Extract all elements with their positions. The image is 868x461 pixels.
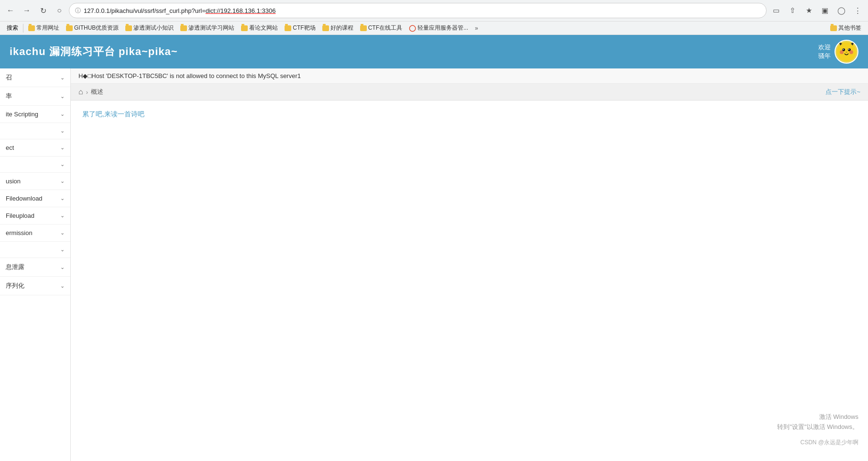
- breadcrumb-left: ⌂ › 概述: [78, 88, 103, 96]
- chevron-icon-7: ⌄: [60, 195, 65, 202]
- bm-label-6: CTF靶场: [293, 24, 315, 32]
- sidebar-item-rfi[interactable]: usion ⌄: [0, 173, 70, 190]
- sidebar-item-xss[interactable]: ite Scripting ⌄: [0, 106, 70, 123]
- home-button[interactable]: ○: [53, 4, 66, 17]
- app-header: ikachu 漏洞练习平台 pika~pika~ 欢迎 骚年: [0, 35, 868, 68]
- bm-label-8: CTF在线工具: [368, 24, 402, 32]
- bm-item-3[interactable]: 渗透测试小知识: [122, 23, 176, 33]
- bm-label-1: 常用网址: [36, 24, 59, 32]
- sidebar: 召 ⌄ 率 ⌄ ite Scripting ⌄ ⌄ ect ⌄ ⌄: [0, 68, 71, 461]
- sidebar-item-1[interactable]: 率 ⌄: [0, 87, 70, 106]
- user-info: 欢迎 骚年: [818, 40, 858, 64]
- sidebar-label-sqli: ect: [6, 144, 14, 151]
- bm-item-8[interactable]: CTF在线工具: [357, 23, 405, 33]
- bm-folder-icon: [28, 25, 35, 31]
- csdn-notice: CSDN @永远是少年啊: [800, 439, 858, 447]
- chevron-icon-10: ⌄: [60, 247, 65, 253]
- bm-folder-icon: [360, 25, 367, 31]
- chevron-icon-11: ⌄: [60, 264, 65, 270]
- sidebar-label-xss: ite Scripting: [6, 111, 38, 118]
- hint-link[interactable]: 点一下提示~: [825, 88, 860, 96]
- sidebar-label-permission: ermission: [6, 229, 33, 236]
- sidebar-item-10[interactable]: ⌄: [0, 242, 70, 258]
- sidebar-label-info: 息泄露: [6, 263, 24, 271]
- menu-button[interactable]: ⋮: [851, 4, 864, 17]
- chevron-icon-2: ⌄: [60, 111, 65, 117]
- sidebar-label-1: 率: [6, 92, 12, 101]
- breadcrumb-separator: ›: [86, 89, 88, 96]
- sidebar-item-5[interactable]: ⌄: [0, 157, 70, 173]
- bookmark-button[interactable]: ★: [802, 4, 815, 17]
- bm-item-5[interactable]: 看论文网站: [238, 23, 281, 33]
- chevron-icon-6: ⌄: [60, 178, 65, 184]
- welcome-text: 欢迎 骚年: [818, 43, 831, 60]
- bm-item-6[interactable]: CTF靶场: [282, 23, 318, 33]
- bm-label-7: 好的课程: [330, 24, 353, 32]
- chevron-icon-5: ⌄: [60, 161, 65, 168]
- sidebar-label-filedownload: Filedownload: [6, 195, 43, 202]
- bm-folder-icon: [241, 25, 248, 31]
- reload-button[interactable]: ↻: [36, 4, 50, 17]
- bm-search-label: 搜索: [7, 24, 18, 32]
- svg-point-8: [848, 49, 849, 50]
- address-text: 127.0.0.1/pikachu/vul/ssrf/ssrf_curl.php…: [84, 7, 760, 14]
- cast-button[interactable]: ▭: [769, 4, 783, 17]
- lock-icon: ⓘ: [75, 7, 81, 15]
- chevron-icon-3: ⌄: [60, 128, 65, 134]
- sidebar-item-info[interactable]: 息泄露 ⌄: [0, 258, 70, 277]
- sidebar-item-3[interactable]: ⌄: [0, 123, 70, 139]
- forward-button[interactable]: →: [20, 4, 33, 17]
- sidebar-item-fileupload[interactable]: Fileupload ⌄: [0, 207, 70, 225]
- content-area: H◆□Host 'DESKTOP-1TBC5BC' is not allowed…: [71, 68, 868, 461]
- chevron-icon-8: ⌄: [60, 213, 65, 219]
- bm-label-3: 渗透测试小知识: [133, 24, 174, 32]
- poem-link[interactable]: 累了吧,来读一首诗吧: [82, 110, 144, 118]
- sidebar-item-permission[interactable]: ermission ⌄: [0, 225, 70, 242]
- bm-label-4: 渗透测试学习网站: [188, 24, 234, 32]
- bookmarks-bar: 搜索 常用网址 GITHUB优质资源 渗透测试小知识 渗透测试学习网站 看论文网…: [0, 22, 868, 35]
- sidebar-item-filedownload[interactable]: Filedownload ⌄: [0, 190, 70, 207]
- bm-item-7[interactable]: 好的课程: [319, 23, 356, 33]
- bm-folder-icon: [285, 25, 291, 31]
- sidebar-item-sqli[interactable]: ect ⌄: [0, 139, 70, 157]
- home-icon[interactable]: ⌂: [78, 88, 83, 96]
- svg-point-7: [843, 49, 844, 50]
- profile-button[interactable]: ◯: [835, 4, 848, 17]
- sidebar-item-0[interactable]: 召 ⌄: [0, 68, 70, 87]
- chevron-icon-0: ⌄: [60, 75, 65, 81]
- share-button[interactable]: ⇧: [786, 4, 799, 17]
- bm-more[interactable]: »: [472, 24, 481, 33]
- app-title: ikachu 漏洞练习平台 pika~pika~: [10, 45, 178, 59]
- bm-label-9: 轻量应用服务器管...: [418, 24, 468, 32]
- chevron-icon-4: ⌄: [60, 145, 65, 151]
- bm-folder-icon: [66, 25, 73, 31]
- sidebar-label-0: 召: [6, 73, 12, 82]
- svg-point-10: [849, 50, 853, 54]
- sidebar-label-rfi: usion: [6, 178, 21, 185]
- bm-folder-icon: [322, 25, 329, 31]
- bm-item-4[interactable]: 渗透测试学习网站: [177, 23, 237, 33]
- chevron-icon-9: ⌄: [60, 230, 65, 236]
- bm-label-2: GITHUB优质资源: [74, 24, 119, 32]
- bm-label-5: 看论文网站: [249, 24, 278, 32]
- bm-item-1[interactable]: 常用网址: [25, 23, 62, 33]
- bm-other[interactable]: 其他书签: [827, 23, 864, 33]
- avatar: [835, 40, 858, 64]
- bm-separator: [23, 24, 23, 33]
- sidebar-item-serial[interactable]: 序列化 ⌄: [0, 277, 70, 295]
- bm-search[interactable]: 搜索: [4, 23, 21, 33]
- back-button[interactable]: ←: [4, 4, 17, 17]
- breadcrumb-bar: ⌂ › 概述 点一下提示~: [71, 84, 868, 101]
- error-message: H◆□Host 'DESKTOP-1TBC5BC' is not allowed…: [71, 68, 868, 84]
- chevron-icon-1: ⌄: [60, 93, 65, 100]
- address-bar[interactable]: ⓘ 127.0.0.1/pikachu/vul/ssrf/ssrf_curl.p…: [69, 3, 767, 18]
- breadcrumb-text: 概述: [91, 88, 103, 96]
- extension-button[interactable]: ▣: [818, 4, 832, 17]
- bm-item-2[interactable]: GITHUB优质资源: [63, 23, 121, 33]
- windows-activation: 激活 Windows 转到"设置"以激活 Windows。: [777, 412, 858, 432]
- bm-item-9[interactable]: ◯ 轻量应用服务器管...: [406, 23, 471, 33]
- sidebar-label-serial: 序列化: [6, 281, 24, 290]
- bm-folder-icon: [180, 25, 187, 31]
- special-icon: ◯: [409, 24, 416, 32]
- bm-folder-icon: [830, 25, 837, 31]
